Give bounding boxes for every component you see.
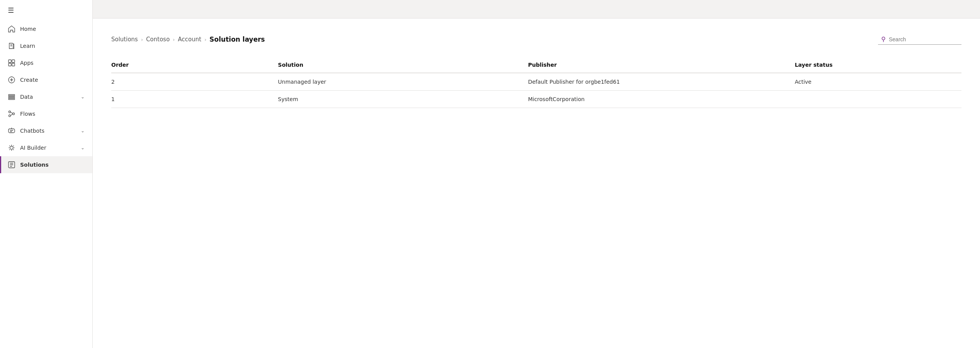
svg-rect-0 [8,60,11,63]
hamburger-button[interactable]: ☰ [0,0,92,20]
cell-solution: Unmanaged layer [278,73,528,91]
cell-status: Active [795,73,961,91]
breadcrumb-account[interactable]: Account [178,36,202,43]
svg-rect-11 [8,129,15,133]
table-row: 1 System MicrosoftCorporation [111,91,961,108]
sidebar-item-label: Apps [20,60,34,66]
sidebar-item-data[interactable]: Data ⌄ [0,88,92,105]
search-input[interactable] [889,36,958,42]
chevron-down-icon: ⌄ [81,128,85,133]
chatbots-icon [8,127,15,135]
cell-publisher: Default Publisher for orgbe1fed61 [528,73,795,91]
col-header-order: Order [111,57,278,73]
svg-rect-6 [8,96,15,98]
svg-point-13 [10,146,13,149]
cell-solution: System [278,91,528,108]
chevron-down-icon: ⌄ [81,145,85,150]
svg-point-9 [13,113,15,115]
sidebar-item-solutions[interactable]: Solutions [0,156,92,173]
sidebar-item-create[interactable]: Create [0,71,92,88]
sidebar-item-apps[interactable]: Apps [0,54,92,71]
cell-publisher: MicrosoftCorporation [528,91,795,108]
svg-point-12 [11,128,12,128]
sidebar-item-chatbots[interactable]: Chatbots ⌄ [0,122,92,139]
table-header-row: Order Solution Publisher Layer status [111,57,961,73]
solutions-icon [8,161,15,169]
page-title: Solution layers [209,35,265,43]
sidebar-item-home[interactable]: Home [0,20,92,37]
col-header-publisher: Publisher [528,57,795,73]
sidebar-item-label: Data [20,94,33,100]
solution-layers-table: Order Solution Publisher Layer status 2 … [111,57,961,108]
data-icon [8,93,15,101]
chevron-down-icon: ⌄ [81,94,85,100]
sidebar-item-label: AI Builder [20,145,46,151]
sidebar-item-label: Create [20,77,38,83]
top-bar [93,0,980,19]
sidebar-item-flows[interactable]: Flows [0,105,92,122]
sidebar-item-label: Chatbots [20,128,44,134]
plus-icon [8,76,15,84]
svg-point-10 [9,115,11,117]
search-box: ⚲ [878,34,961,45]
breadcrumb-separator-3: › [204,37,206,42]
cell-status [795,91,961,108]
home-icon [8,25,15,33]
breadcrumb-solutions[interactable]: Solutions [111,36,138,43]
svg-rect-1 [12,60,15,63]
svg-rect-3 [12,63,15,66]
svg-rect-7 [8,98,15,100]
col-header-status: Layer status [795,57,961,73]
svg-rect-5 [8,95,15,96]
svg-point-8 [9,111,11,113]
sidebar: ☰ Home Learn A [0,0,93,348]
breadcrumb-contoso[interactable]: Contoso [146,36,170,43]
svg-rect-2 [8,63,11,66]
hamburger-icon: ☰ [8,6,14,14]
book-icon [8,42,15,50]
sidebar-item-label: Solutions [20,162,49,168]
sidebar-item-label: Learn [20,43,35,49]
table-row: 2 Unmanaged layer Default Publisher for … [111,73,961,91]
col-header-solution: Solution [278,57,528,73]
sidebar-item-label: Flows [20,111,35,117]
search-icon: ⚲ [881,35,886,43]
cell-order: 2 [111,73,278,91]
breadcrumb-separator-1: › [141,37,143,42]
sidebar-item-label: Home [20,26,36,32]
flows-icon [8,110,15,118]
breadcrumb-separator-2: › [173,37,175,42]
content-area: Solutions › Contoso › Account › Solution… [93,19,980,348]
breadcrumb-row: Solutions › Contoso › Account › Solution… [111,34,961,45]
apps-icon [8,59,15,67]
sidebar-item-ai-builder[interactable]: AI Builder ⌄ [0,139,92,156]
breadcrumb: Solutions › Contoso › Account › Solution… [111,35,265,43]
cell-order: 1 [111,91,278,108]
ai-icon [8,144,15,152]
main-content: Solutions › Contoso › Account › Solution… [93,0,980,348]
sidebar-item-learn[interactable]: Learn [0,37,92,54]
